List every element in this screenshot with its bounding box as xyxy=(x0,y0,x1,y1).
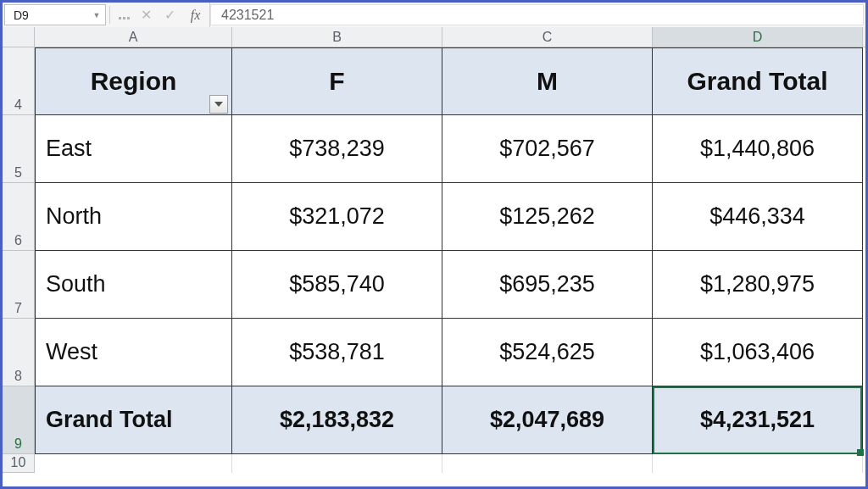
formula-input[interactable]: 4231521 xyxy=(210,4,864,25)
cell-total[interactable]: $1,280,975 xyxy=(653,251,863,319)
cell-region[interactable]: East xyxy=(35,115,232,183)
row-header-10[interactable]: 10 xyxy=(3,454,35,473)
cell-region[interactable]: South xyxy=(35,251,232,319)
cell-f[interactable]: $321,072 xyxy=(232,183,442,251)
column-header-d[interactable]: D xyxy=(653,27,863,47)
empty-cell[interactable] xyxy=(442,454,653,473)
grand-total-label[interactable]: Grand Total xyxy=(35,386,232,454)
column-headers: A B C D xyxy=(3,27,865,47)
row-header-4[interactable]: 4 xyxy=(3,47,35,115)
empty-cell[interactable] xyxy=(35,454,232,473)
pivot-header-row: 4 Region F M Grand Total xyxy=(3,47,865,115)
chevron-down-icon[interactable]: ▼ xyxy=(92,8,105,22)
pivot-header-total[interactable]: Grand Total xyxy=(653,47,863,115)
empty-cell[interactable] xyxy=(653,454,863,473)
table-row: 8 West $538,781 $524,625 $1,063,406 xyxy=(3,319,865,386)
cell-total[interactable]: $1,440,806 xyxy=(653,115,863,183)
cell-m[interactable]: $702,567 xyxy=(442,115,653,183)
table-row: 7 South $585,740 $695,235 $1,280,975 xyxy=(3,251,865,319)
table-row: 5 East $738,239 $702,567 $1,440,806 xyxy=(3,115,865,183)
column-header-a[interactable]: A xyxy=(35,27,232,47)
cell-total[interactable]: $446,334 xyxy=(653,183,863,251)
pivot-grand-total-row: 9 Grand Total $2,183,832 $2,047,689 $4,2… xyxy=(3,386,865,454)
cell-m[interactable]: $695,235 xyxy=(442,251,653,319)
column-header-c[interactable]: C xyxy=(442,27,653,47)
grand-total-m[interactable]: $2,047,689 xyxy=(442,386,653,454)
cell-region[interactable]: North xyxy=(35,183,232,251)
cancel-icon[interactable]: ✕ xyxy=(134,3,158,27)
cell-f[interactable]: $738,239 xyxy=(232,115,442,183)
cell-f[interactable]: $538,781 xyxy=(232,319,442,386)
grand-total-total[interactable]: $4,231,521 xyxy=(653,386,863,454)
cell-f[interactable]: $585,740 xyxy=(232,251,442,319)
ellipsis-icon[interactable] xyxy=(114,3,134,27)
formula-value: 4231521 xyxy=(221,8,274,23)
pivot-header-region[interactable]: Region xyxy=(35,47,232,115)
cell-m[interactable]: $125,262 xyxy=(442,183,653,251)
name-box[interactable]: D9 ▼ xyxy=(4,4,106,25)
empty-cell[interactable] xyxy=(232,454,442,473)
formula-bar: D9 ▼ ✕ ✓ fx 4231521 xyxy=(0,0,868,27)
table-row: 6 North $321,072 $125,262 $446,334 xyxy=(3,183,865,251)
row-header-6[interactable]: 6 xyxy=(3,183,35,251)
cell-total[interactable]: $1,063,406 xyxy=(653,319,863,386)
name-box-value: D9 xyxy=(10,8,92,22)
table-row: 10 xyxy=(3,454,865,473)
cell-region[interactable]: West xyxy=(35,319,232,386)
pivot-header-m[interactable]: M xyxy=(442,47,653,115)
check-icon[interactable]: ✓ xyxy=(158,3,181,27)
cell-m[interactable]: $524,625 xyxy=(442,319,653,386)
spreadsheet: A B C D 4 Region F M Grand Total 5 East … xyxy=(0,27,868,489)
fx-icon[interactable]: fx xyxy=(181,3,210,27)
row-header-7[interactable]: 7 xyxy=(3,251,35,319)
row-header-8[interactable]: 8 xyxy=(3,319,35,386)
filter-dropdown-icon[interactable] xyxy=(209,95,228,114)
grand-total-f[interactable]: $2,183,832 xyxy=(232,386,442,454)
row-header-9[interactable]: 9 xyxy=(3,386,35,454)
select-all-corner[interactable] xyxy=(3,27,35,47)
pivot-header-f[interactable]: F xyxy=(232,47,442,115)
column-header-b[interactable]: B xyxy=(232,27,442,47)
row-header-5[interactable]: 5 xyxy=(3,115,35,183)
separator xyxy=(109,6,110,24)
